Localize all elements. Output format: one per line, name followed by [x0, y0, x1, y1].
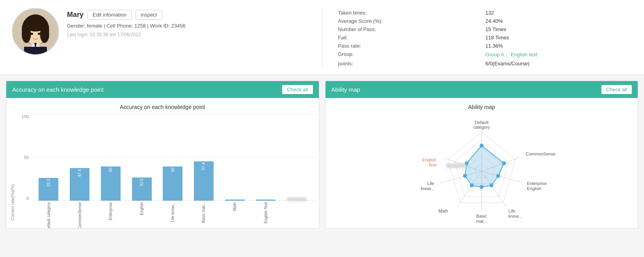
bar-rect: 33.3 — [39, 178, 58, 201]
svg-point-24 — [480, 144, 484, 148]
bar-group: 50 — [97, 166, 125, 201]
x-label: English — [128, 201, 156, 220]
x-label: Life know... — [159, 201, 187, 220]
bar-chart-plot: 33.347.45033.55057.4 Default categoryCom… — [31, 114, 315, 220]
svg-text:Math: Math — [438, 209, 448, 213]
edit-info-button[interactable]: Edit infomation — [87, 10, 132, 20]
knowledge-chart-title: Accuracy on each knowledge point — [10, 104, 315, 110]
y-tick-100: 100 — [17, 114, 29, 119]
svg-point-29 — [470, 183, 474, 187]
svg-text:category: category — [473, 125, 490, 129]
y-axis-label: Correct rate(%)(%) — [10, 114, 15, 220]
radar-svg: Default category CommonSense Enterprise … — [399, 116, 564, 222]
x-label: Math — [221, 201, 249, 220]
svg-point-5 — [22, 26, 31, 43]
avatar — [12, 8, 59, 55]
points-label: points: — [338, 61, 478, 67]
knowledge-check-all-button[interactable]: Check all — [282, 85, 313, 94]
bar-value: 50 — [108, 166, 113, 173]
stats-panel: Taken times: 132 Average Score (%): 24.4… — [338, 8, 633, 67]
bar-value: 33.5 — [140, 177, 144, 187]
svg-text:Life: Life — [427, 181, 434, 186]
bottom-panels: Accuracy on each knowledge point Check a… — [0, 75, 644, 235]
svg-point-30 — [463, 174, 467, 178]
svg-text:English: English — [527, 186, 541, 191]
x-label — [283, 201, 311, 220]
svg-text:English: English — [422, 157, 436, 162]
svg-text:Default: Default — [475, 120, 488, 125]
svg-text:Basic: Basic — [476, 214, 487, 218]
radar-container: Default category CommonSense Enterprise … — [329, 114, 634, 224]
bar-group: 33.3 — [35, 178, 63, 201]
bar-rect: 33.5 — [132, 177, 152, 201]
bar-value: 57.4 — [201, 161, 206, 171]
ability-chart-card: Ability map Check all Ability map — [325, 81, 638, 229]
bar-group: 50 — [159, 166, 187, 201]
last-login: Last login: 02:30:39 am 17/06/2022 — [67, 32, 186, 37]
points-value: 6/0(Exams/Course) — [486, 61, 632, 67]
svg-point-27 — [490, 183, 493, 187]
svg-rect-46 — [446, 163, 466, 168]
svg-text:know...: know... — [508, 214, 522, 218]
knowledge-chart-card: Accuracy on each knowledge point Check a… — [6, 81, 319, 229]
svg-point-25 — [502, 161, 506, 165]
knowledge-chart-area: Accuracy on each knowledge point Correct… — [6, 98, 319, 224]
bar-value: 33.3 — [47, 178, 51, 188]
group-value: Group A， English test — [486, 51, 632, 58]
fail-value: 118 Times — [486, 35, 632, 41]
bar-rect: 57.4 — [194, 161, 214, 201]
bar-value: 47.4 — [78, 168, 82, 178]
bar-value: 50 — [171, 166, 175, 173]
svg-point-6 — [40, 26, 49, 43]
bar-rect — [287, 198, 307, 201]
bar-group: 57.4 — [190, 161, 218, 201]
bar-rect: 50 — [163, 166, 182, 201]
svg-rect-9 — [24, 47, 47, 54]
svg-point-8 — [38, 33, 41, 35]
pass-rate-label: Pass rate: — [338, 43, 478, 49]
top-panel: Mary Edit infomation inspect Gender: fem… — [0, 0, 644, 75]
user-info: Mary Edit infomation inspect Gender: fem… — [67, 8, 186, 37]
x-labels: Default categoryCommonSenseEnterpriseEng… — [31, 201, 315, 220]
ability-chart-title: Ability map — [329, 104, 634, 110]
y-axis: 100 50 0 — [17, 114, 31, 220]
ability-header-title: Ability map — [331, 86, 360, 93]
ability-check-all-button[interactable]: Check all — [601, 85, 632, 94]
bar-rect: 50 — [101, 166, 121, 201]
svg-point-28 — [480, 185, 484, 189]
user-meta: Gender: female | Cell Phone: 1258 | Work… — [67, 23, 186, 29]
ability-chart-area: Ability map — [326, 98, 638, 228]
bar-group: 47.4 — [66, 168, 94, 201]
svg-text:Life: Life — [508, 209, 516, 213]
knowledge-card-header: Accuracy on each knowledge point Check a… — [6, 81, 319, 98]
ability-card-header: Ability map Check all — [326, 81, 638, 98]
fail-label: Fail: — [338, 35, 478, 41]
num-pass-value: 15 Times — [486, 26, 632, 32]
svg-marker-23 — [465, 146, 504, 187]
pass-rate-value: 11.36% — [486, 43, 632, 49]
bar-chart-container: Correct rate(%)(%) 100 50 0 33.347.4 — [10, 114, 315, 220]
user-name-row: Mary Edit infomation inspect — [67, 10, 186, 20]
x-label: CommonSense — [66, 201, 94, 220]
taken-times-value: 132 — [486, 10, 632, 16]
y-tick-0: 0 — [17, 196, 29, 201]
svg-point-7 — [30, 33, 33, 35]
knowledge-header-title: Accuracy on each knowledge point — [12, 86, 104, 93]
bar-group: 33.5 — [128, 177, 156, 201]
bars-row: 33.347.45033.55057.4 — [31, 114, 315, 201]
avg-score-label: Average Score (%): — [338, 18, 478, 24]
taken-times-label: Taken times: — [338, 10, 478, 16]
svg-text:mat...: mat... — [476, 219, 487, 224]
bar-rect: 47.4 — [70, 168, 89, 201]
inspect-button[interactable]: inspect — [136, 10, 162, 20]
x-label: English Test — [252, 201, 280, 220]
svg-text:CommonSense: CommonSense — [526, 152, 556, 156]
svg-text:know...: know... — [421, 186, 434, 191]
svg-text:Enterprise: Enterprise — [527, 181, 547, 186]
x-label: Basic mat... — [190, 201, 218, 220]
num-pass-label: Number of Pass: — [338, 26, 478, 32]
x-label: Enterprise — [97, 201, 125, 220]
x-label: Default category — [35, 201, 63, 220]
avg-score-value: 24.40% — [486, 18, 632, 24]
group-label: Group: — [338, 51, 478, 58]
